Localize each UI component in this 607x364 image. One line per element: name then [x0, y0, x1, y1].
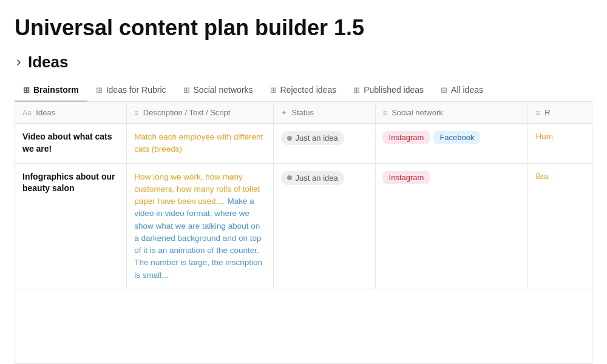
tab-social[interactable]: ⊞ Social networks [175, 79, 262, 102]
row2-idea-title: Infographics about our beauty salon [22, 172, 115, 194]
tab-all[interactable]: ⊞ All ideas [432, 79, 492, 102]
col-header-rubric-label: R [544, 108, 550, 117]
chevron-right-icon[interactable] [15, 58, 23, 67]
tab-brainstorm-label: Brainstorm [33, 85, 79, 95]
row1-status-badge: Just an idea [281, 131, 344, 145]
row2-status-dot [287, 175, 292, 180]
row1-facebook-tag[interactable]: Facebook [433, 131, 480, 144]
tab-all-icon: ⊞ [441, 86, 447, 95]
row2-rubric-value: Bra [535, 172, 548, 181]
row1-status-cell: Just an idea [273, 124, 375, 164]
ideas-table: Aa Ideas ≡ Description / Text / Script ✦… [15, 102, 592, 289]
row2-status-badge: Just an idea [281, 171, 344, 185]
section-header: Ideas [15, 53, 592, 72]
description-col-icon: ≡ [134, 109, 138, 117]
page-title: Universal content plan builder 1.5 [15, 15, 592, 41]
row2-network-tags: Instagram [383, 171, 521, 184]
row2-description-secondary: Make a video in video format, where we s… [134, 197, 262, 280]
col-header-status-label: Status [291, 108, 314, 117]
tabs-container: ⊞ Brainstorm ⊞ Ideas for Rubric ⊞ Social… [15, 79, 592, 102]
rubric-col-icon: ≡ [535, 109, 540, 117]
col-header-ideas-label: Ideas [36, 108, 55, 117]
section-title: Ideas [28, 53, 69, 72]
page-container: Universal content plan builder 1.5 Ideas… [0, 0, 607, 364]
table-row: Video about what cats we are! Match each… [15, 124, 592, 164]
tab-social-icon: ⊞ [183, 86, 190, 95]
col-header-description[interactable]: ≡ Description / Text / Script [127, 102, 273, 124]
table-row: Infographics about our beauty salon How … [15, 163, 592, 289]
col-header-social-label: Social network [392, 108, 443, 117]
col-header-status[interactable]: ✦ Status [273, 102, 375, 124]
status-col-icon: ✦ [281, 109, 287, 117]
tab-published-icon: ⊞ [353, 86, 360, 95]
row1-status-dot [287, 136, 292, 141]
tab-rejected-label: Rejected ideas [280, 85, 337, 95]
table-container: Aa Ideas ≡ Description / Text / Script ✦… [15, 102, 592, 364]
tab-rubric[interactable]: ⊞ Ideas for Rubric [87, 79, 175, 102]
col-header-ideas[interactable]: Aa Ideas [15, 102, 127, 124]
table-header-row: Aa Ideas ≡ Description / Text / Script ✦… [15, 102, 592, 124]
row2-idea-cell: Infographics about our beauty salon [15, 163, 127, 289]
row1-idea-title: Video about what cats we are! [22, 132, 112, 153]
row2-instagram-tag[interactable]: Instagram [383, 171, 430, 184]
tab-rubric-icon: ⊞ [96, 86, 103, 95]
row2-status-label: Just an idea [296, 174, 338, 183]
col-header-rubric[interactable]: ≡ R [528, 102, 592, 124]
row1-status-label: Just an idea [296, 133, 338, 143]
social-col-icon: ≡ [383, 109, 387, 117]
row2-status-cell: Just an idea [273, 163, 375, 289]
tab-rubric-label: Ideas for Rubric [106, 85, 166, 95]
row1-instagram-tag[interactable]: Instagram [383, 131, 430, 144]
tab-brainstorm-icon: ⊞ [23, 86, 30, 95]
tab-social-label: Social networks [194, 85, 253, 95]
row1-social-cell: Instagram Facebook [375, 124, 528, 164]
row2-social-cell: Instagram [375, 163, 528, 289]
row1-idea-cell: Video about what cats we are! [15, 124, 127, 164]
tab-all-label: All ideas [451, 85, 483, 95]
row1-description-cell: Match each employee with different cats … [127, 124, 273, 164]
col-header-description-label: Description / Text / Script [143, 108, 231, 117]
row1-description-primary: Match each employee with different cats … [134, 132, 263, 153]
ideas-col-icon: Aa [22, 109, 32, 117]
tab-published[interactable]: ⊞ Published ideas [345, 79, 432, 102]
row2-rubric-cell: Bra [528, 163, 592, 289]
tab-published-label: Published ideas [364, 85, 424, 95]
row1-rubric-value: Hum [535, 132, 553, 141]
row1-network-tags: Instagram Facebook [383, 131, 521, 144]
tab-brainstorm[interactable]: ⊞ Brainstorm [15, 79, 87, 102]
row2-description-cell: How long we work, how many customers, ho… [127, 163, 273, 289]
tab-rejected[interactable]: ⊞ Rejected ideas [262, 79, 345, 102]
row1-rubric-cell: Hum [528, 124, 592, 164]
col-header-social[interactable]: ≡ Social network [375, 102, 528, 124]
tab-rejected-icon: ⊞ [270, 86, 277, 95]
